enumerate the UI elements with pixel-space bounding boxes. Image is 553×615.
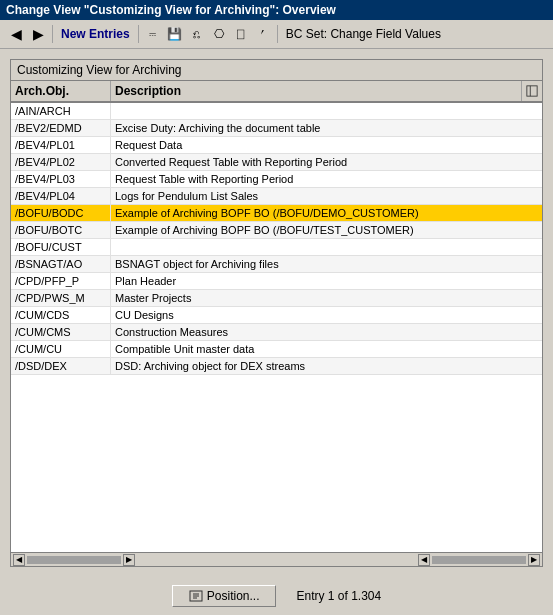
scroll-right-btn[interactable]: ▶ bbox=[123, 554, 135, 566]
table-row[interactable]: /BOFU/BODCExample of Archiving BOPF BO (… bbox=[11, 205, 542, 222]
copy-icon[interactable]: ⎓ bbox=[143, 24, 163, 44]
arch-obj-cell: /CPD/PWS_M bbox=[11, 290, 111, 306]
scroll-left2-btn[interactable]: ◀ bbox=[418, 554, 430, 566]
table-header: Arch.Obj. Description bbox=[11, 81, 542, 103]
table-row[interactable]: /BOFU/CUST bbox=[11, 239, 542, 256]
arch-obj-cell: /BOFU/BOTC bbox=[11, 222, 111, 238]
delete-icon[interactable]: ⎕ bbox=[231, 24, 251, 44]
arch-obj-cell: /BEV4/PL03 bbox=[11, 171, 111, 187]
table-row[interactable]: /BEV4/PL03Request Table with Reporting P… bbox=[11, 171, 542, 188]
window-title: Change View "Customizing View for Archiv… bbox=[6, 3, 336, 17]
table-row[interactable]: /BEV4/PL04Logs for Pendulum List Sales bbox=[11, 188, 542, 205]
description-cell: Example of Archiving BOPF BO (/BOFU/DEMO… bbox=[111, 205, 542, 221]
table-row[interactable]: /DSD/DEXDSD: Archiving object for DEX st… bbox=[11, 358, 542, 375]
arch-obj-cell: /CUM/CMS bbox=[11, 324, 111, 340]
description-cell bbox=[111, 103, 542, 119]
table-row[interactable]: /CPD/PFP_PPlan Header bbox=[11, 273, 542, 290]
description-cell: Request Data bbox=[111, 137, 542, 153]
column-settings-icon bbox=[526, 84, 538, 98]
table-row[interactable]: /BSNAGT/AOBSNAGT object for Archiving fi… bbox=[11, 256, 542, 273]
description-cell: BSNAGT object for Archiving files bbox=[111, 256, 542, 272]
table-container: Customizing View for Archiving Arch.Obj.… bbox=[10, 59, 543, 567]
description-cell: Excise Duty: Archiving the document tabl… bbox=[111, 120, 542, 136]
arch-obj-cell: /BEV2/EDMD bbox=[11, 120, 111, 136]
arch-obj-cell: /CUM/CU bbox=[11, 341, 111, 357]
separator-1 bbox=[52, 25, 53, 43]
bottom-bar: Position... Entry 1 of 1.304 bbox=[0, 577, 553, 615]
header-description: Description bbox=[111, 81, 522, 101]
description-cell: Master Projects bbox=[111, 290, 542, 306]
arch-obj-cell: /CPD/PFP_P bbox=[11, 273, 111, 289]
table-body[interactable]: /AIN/ARCH/BEV2/EDMDExcise Duty: Archivin… bbox=[11, 103, 542, 552]
arch-obj-cell: /AIN/ARCH bbox=[11, 103, 111, 119]
description-cell: DSD: Archiving object for DEX streams bbox=[111, 358, 542, 374]
horizontal-scrollbar[interactable]: ◀ ▶ ◀ ▶ bbox=[11, 552, 542, 566]
save-icon[interactable]: 💾 bbox=[165, 24, 185, 44]
description-cell bbox=[111, 239, 542, 255]
bc-set-label: BC Set: Change Field Values bbox=[286, 27, 441, 41]
toolbar: ◀ ▶ BC Set: Change Field Values New Entr… bbox=[0, 20, 553, 49]
scroll-right2-btn[interactable]: ▶ bbox=[528, 554, 540, 566]
position-button[interactable]: Position... bbox=[172, 585, 277, 607]
table-title: Customizing View for Archiving bbox=[11, 60, 542, 81]
description-cell: Compatible Unit master data bbox=[111, 341, 542, 357]
arch-obj-cell: /BEV4/PL04 bbox=[11, 188, 111, 204]
table-row[interactable]: /BEV4/PL01Request Data bbox=[11, 137, 542, 154]
header-arch-obj: Arch.Obj. bbox=[11, 81, 111, 101]
scroll-left-btn[interactable]: ◀ bbox=[13, 554, 25, 566]
arch-obj-cell: /BEV4/PL02 bbox=[11, 154, 111, 170]
copy2-icon[interactable]: ⎔ bbox=[209, 24, 229, 44]
table-row[interactable]: /CUM/CDSCU Designs bbox=[11, 307, 542, 324]
table-row[interactable]: /AIN/ARCH bbox=[11, 103, 542, 120]
title-bar: Change View "Customizing View for Archiv… bbox=[0, 0, 553, 20]
new-entries-label[interactable]: New Entries bbox=[57, 25, 134, 43]
arch-obj-cell: /BOFU/CUST bbox=[11, 239, 111, 255]
description-cell: CU Designs bbox=[111, 307, 542, 323]
scroll-track-h2 bbox=[432, 556, 526, 564]
position-label: Position... bbox=[207, 589, 260, 603]
forward-icon[interactable]: ▶ bbox=[28, 24, 48, 44]
table-row[interactable]: /BEV2/EDMDExcise Duty: Archiving the doc… bbox=[11, 120, 542, 137]
detail-icon[interactable]: ⎖ bbox=[253, 24, 273, 44]
separator-2 bbox=[138, 25, 139, 43]
svg-rect-0 bbox=[527, 86, 537, 96]
description-cell: Construction Measures bbox=[111, 324, 542, 340]
arch-obj-cell: /DSD/DEX bbox=[11, 358, 111, 374]
table-row[interactable]: /CUM/CUCompatible Unit master data bbox=[11, 341, 542, 358]
back-icon[interactable]: ◀ bbox=[6, 24, 26, 44]
table-row[interactable]: /BEV4/PL02Converted Request Table with R… bbox=[11, 154, 542, 171]
description-cell: Plan Header bbox=[111, 273, 542, 289]
arch-obj-cell: /BOFU/BODC bbox=[11, 205, 111, 221]
arch-obj-cell: /BEV4/PL01 bbox=[11, 137, 111, 153]
undo-icon[interactable]: ⎌ bbox=[187, 24, 207, 44]
arch-obj-cell: /BSNAGT/AO bbox=[11, 256, 111, 272]
main-window: Change View "Customizing View for Archiv… bbox=[0, 0, 553, 615]
header-icon[interactable] bbox=[522, 81, 542, 101]
position-icon bbox=[189, 589, 203, 603]
content-area: Customizing View for Archiving Arch.Obj.… bbox=[0, 49, 553, 577]
scroll-track-h bbox=[27, 556, 121, 564]
table-row[interactable]: /BOFU/BOTCExample of Archiving BOPF BO (… bbox=[11, 222, 542, 239]
entry-count: Entry 1 of 1.304 bbox=[296, 589, 381, 603]
arch-obj-cell: /CUM/CDS bbox=[11, 307, 111, 323]
table-row[interactable]: /CPD/PWS_MMaster Projects bbox=[11, 290, 542, 307]
description-cell: Converted Request Table with Reporting P… bbox=[111, 154, 542, 170]
description-cell: Request Table with Reporting Period bbox=[111, 171, 542, 187]
description-cell: Example of Archiving BOPF BO (/BOFU/TEST… bbox=[111, 222, 542, 238]
table-row[interactable]: /CUM/CMSConstruction Measures bbox=[11, 324, 542, 341]
separator-3 bbox=[277, 25, 278, 43]
description-cell: Logs for Pendulum List Sales bbox=[111, 188, 542, 204]
